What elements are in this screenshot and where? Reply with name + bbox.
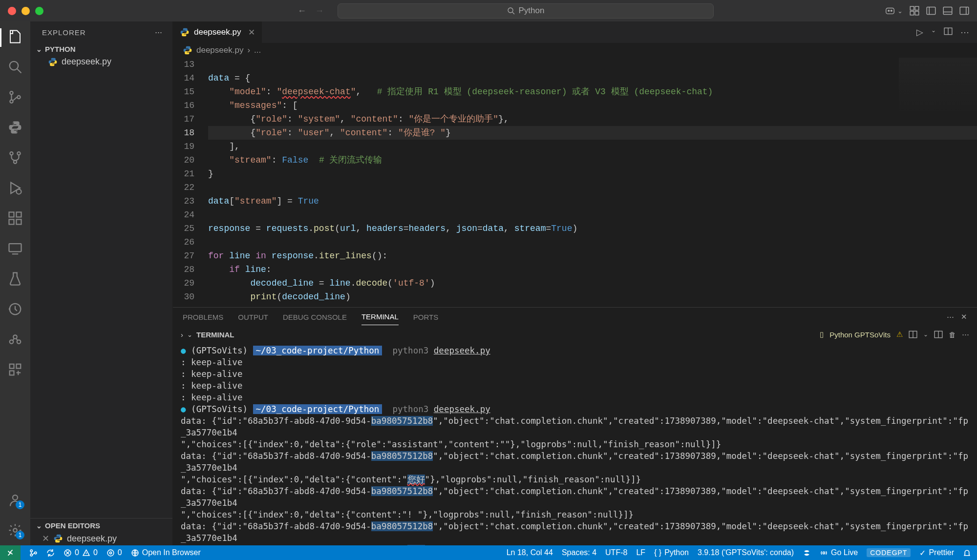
new-terminal-dropdown-icon[interactable]: ⌄ xyxy=(923,331,928,338)
chevron-down-icon[interactable]: ⌄ xyxy=(187,331,192,338)
line-numbers: 131415161718192021222324252627282930 xyxy=(173,58,208,307)
editor-area: deepseek.py ✕ ▷ ⌄ ⋯ deepseek.py › ... 13… xyxy=(173,21,977,545)
run-dropdown-icon[interactable]: ⌄ xyxy=(931,27,936,38)
close-tab-icon[interactable]: ✕ xyxy=(248,27,255,38)
status-python-interpreter[interactable]: 3.9.18 ('GPTSoVits': conda) xyxy=(698,548,794,557)
status-indentation[interactable]: Spaces: 4 xyxy=(562,548,596,557)
explorer-activity-icon[interactable] xyxy=(7,28,23,45)
file-item-deepseek[interactable]: deepseek.py xyxy=(30,55,172,68)
panel-tab-debug-console[interactable]: DEBUG CONSOLE xyxy=(283,309,347,325)
status-prettier[interactable]: ✓Prettier xyxy=(919,548,954,558)
status-problems[interactable]: 0 0 xyxy=(64,548,98,557)
editor-more-icon[interactable]: ⋯ xyxy=(960,27,969,38)
status-sync-icon[interactable] xyxy=(46,549,55,557)
remote-button[interactable] xyxy=(0,545,21,560)
svg-rect-11 xyxy=(943,7,952,15)
status-open-in-browser[interactable]: Open In Browser xyxy=(131,548,201,557)
explorer-sidebar: EXPLORER ⋯ ⌄ PYTHON deepseek.py ⌄ OPEN E… xyxy=(30,21,173,545)
panel-more-icon[interactable]: ⋯ xyxy=(947,312,954,321)
run-debug-activity-icon[interactable] xyxy=(7,180,23,196)
svg-rect-27 xyxy=(17,212,21,217)
panel-tab-problems[interactable]: PROBLEMS xyxy=(183,309,223,325)
warning-icon[interactable]: ⚠ xyxy=(896,330,903,339)
status-go-live[interactable]: Go Live xyxy=(820,548,858,557)
minimize-window-button[interactable] xyxy=(21,7,30,15)
breadcrumb-separator: › xyxy=(247,45,250,55)
chevron-down-icon: ⌄ xyxy=(36,45,42,53)
project-folder-header[interactable]: ⌄ PYTHON xyxy=(30,43,172,55)
bottom-panel: PROBLEMS OUTPUT DEBUG CONSOLE TERMINAL P… xyxy=(173,307,977,545)
code-content[interactable]: data = { "model": "deepseek-chat", # 指定使… xyxy=(208,58,977,307)
panel-tab-ports[interactable]: PORTS xyxy=(413,309,438,325)
python-file-icon xyxy=(48,57,58,67)
nav-forward-button[interactable]: → xyxy=(315,6,324,16)
status-language[interactable]: { }Python xyxy=(654,548,689,557)
split-editor-icon[interactable] xyxy=(944,27,953,38)
panel-tab-output[interactable]: OUTPUT xyxy=(238,309,268,325)
svg-point-53 xyxy=(107,550,114,556)
open-editors-header[interactable]: ⌄ OPEN EDITORS xyxy=(30,518,172,532)
split-terminal-icon-2[interactable] xyxy=(934,330,943,339)
python-file-icon xyxy=(183,45,192,55)
status-jupyter-icon[interactable] xyxy=(803,549,811,557)
kill-terminal-icon[interactable]: 🗑 xyxy=(949,331,956,339)
chevron-down-icon[interactable]: ⌄ xyxy=(897,7,903,15)
nav-arrows: ← → xyxy=(297,6,324,16)
nav-back-button[interactable]: ← xyxy=(297,6,306,16)
settings-activity-icon[interactable]: 1 xyxy=(7,522,23,539)
toggle-secondary-sidebar-icon[interactable] xyxy=(959,6,969,16)
terminal-output[interactable]: ● (GPTSoVits) ~/03_code-project/Python p… xyxy=(173,343,977,545)
svg-line-16 xyxy=(17,69,21,73)
timeline-activity-icon[interactable] xyxy=(7,301,23,317)
chat-activity-icon[interactable] xyxy=(7,331,23,348)
close-editor-icon[interactable]: ✕ xyxy=(42,533,49,544)
references-activity-icon[interactable] xyxy=(7,361,23,378)
svg-rect-28 xyxy=(9,244,21,251)
source-control-activity-icon[interactable] xyxy=(7,89,23,105)
python-file-icon xyxy=(53,534,63,543)
breadcrumb[interactable]: deepseek.py › ... xyxy=(173,43,977,58)
panel-tab-terminal[interactable]: TERMINAL xyxy=(361,309,399,325)
explorer-more-icon[interactable]: ⋯ xyxy=(155,28,163,37)
svg-rect-2 xyxy=(886,8,894,14)
terminal-env-label[interactable]: Python GPTSoVits xyxy=(829,331,891,339)
command-center-search[interactable]: Python xyxy=(338,3,714,19)
minimap[interactable] xyxy=(899,58,977,116)
terminal-more-icon[interactable]: ⋯ xyxy=(962,330,969,339)
open-editor-item[interactable]: ✕ deepseek.py xyxy=(30,532,172,545)
tab-deepseek[interactable]: deepseek.py ✕ xyxy=(173,21,262,43)
close-window-button[interactable] xyxy=(8,7,16,15)
extensions-activity-icon[interactable] xyxy=(7,210,23,227)
python-env-activity-icon[interactable] xyxy=(7,119,23,136)
test-activity-icon[interactable] xyxy=(7,270,23,287)
svg-rect-6 xyxy=(915,6,919,10)
search-activity-icon[interactable] xyxy=(7,59,23,75)
title-bar: ← → Python ⌄ xyxy=(0,0,977,21)
layout-customize-icon[interactable] xyxy=(910,6,919,16)
scm-graph-activity-icon[interactable] xyxy=(7,149,23,166)
remote-explorer-activity-icon[interactable] xyxy=(7,240,23,257)
copilot-icon[interactable] xyxy=(885,5,895,16)
status-ports[interactable]: 0 xyxy=(106,548,122,557)
code-editor[interactable]: 131415161718192021222324252627282930 dat… xyxy=(173,58,977,307)
account-activity-icon[interactable]: 1 xyxy=(7,492,23,508)
terminal-chevron-icon[interactable]: › xyxy=(181,331,183,339)
svg-point-15 xyxy=(10,62,19,70)
status-eol[interactable]: LF xyxy=(636,548,645,557)
toggle-sidebar-icon[interactable] xyxy=(926,6,936,16)
status-codegpt[interactable]: CODEGPT xyxy=(867,548,911,557)
maximize-window-button[interactable] xyxy=(35,7,43,15)
svg-point-52 xyxy=(109,552,111,554)
svg-point-45 xyxy=(30,550,32,552)
panel-close-icon[interactable]: ✕ xyxy=(961,312,967,321)
svg-point-20 xyxy=(10,152,13,155)
run-file-button[interactable]: ▷ xyxy=(916,27,923,38)
status-cursor-position[interactable]: Ln 18, Col 44 xyxy=(507,548,553,557)
toggle-panel-icon[interactable] xyxy=(943,6,953,16)
svg-rect-7 xyxy=(910,11,914,15)
status-encoding[interactable]: UTF-8 xyxy=(605,548,627,557)
status-notifications-icon[interactable] xyxy=(963,549,971,557)
status-git-icon[interactable] xyxy=(29,549,38,557)
svg-point-23 xyxy=(17,189,21,194)
split-terminal-icon[interactable] xyxy=(909,330,917,339)
